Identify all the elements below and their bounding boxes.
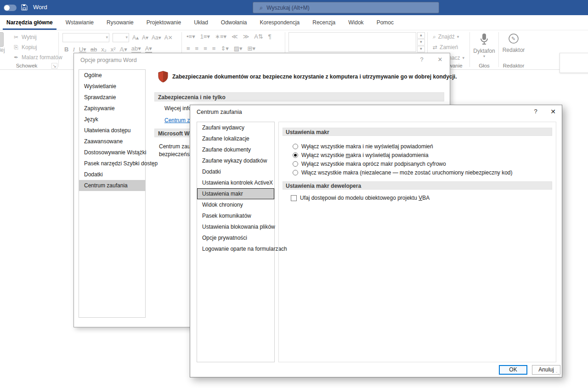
options-nav-item[interactable]: Centrum zaufania <box>79 180 145 191</box>
format-painter-button[interactable]: ✒ Malarz formatów <box>13 54 62 61</box>
close-icon[interactable]: ✕ <box>435 56 445 63</box>
superscript-button[interactable]: x² <box>111 46 116 53</box>
decrease-indent-button[interactable]: ≪ <box>232 33 238 40</box>
shrink-font-button[interactable]: A▾ <box>142 34 148 41</box>
macro-radio-option[interactable]: Wyłącz wszystkie makra i wyświetlaj powi… <box>293 151 513 159</box>
group-separator <box>498 32 499 67</box>
options-nav-item[interactable]: Język <box>79 114 145 125</box>
change-case-button[interactable]: Aa▾ <box>152 34 161 41</box>
styles-gallery[interactable] <box>288 32 416 52</box>
clear-formatting-button[interactable]: A✕ <box>164 34 173 41</box>
line-spacing-button[interactable]: ⇕▾ <box>220 45 228 52</box>
gallery-up-icon[interactable]: ▲ <box>417 32 425 39</box>
trust-nav-item[interactable]: Logowanie oparte na formularzach <box>197 243 274 254</box>
options-nav-item[interactable]: Wyświetlanie <box>79 81 145 92</box>
trust-nav-item[interactable]: Pasek komunikatów <box>197 210 274 221</box>
find-button[interactable]: ⌕ Znajdź ▾ <box>433 34 459 40</box>
align-right-button[interactable]: ≡ <box>204 45 207 52</box>
ribbon-tab[interactable]: Narzędzia główne <box>0 15 59 30</box>
clipboard-dialog-launcher-icon[interactable]: ↘ <box>51 63 57 69</box>
clipboard-icon <box>0 32 4 47</box>
ribbon-tab[interactable]: Recenzja <box>306 15 342 30</box>
strikethrough-button[interactable]: ab <box>90 46 97 53</box>
shading-button[interactable]: ▨▾ <box>234 45 243 52</box>
subscript-button[interactable]: x₂ <box>101 46 107 53</box>
radio-icon <box>293 161 298 167</box>
justify-button[interactable]: ≡ <box>212 45 216 52</box>
trust-nav: Zaufani wydawcy Zaufane lokalizacje Zauf… <box>197 122 275 362</box>
trust-nav-item[interactable]: Zaufane dokumenty <box>197 144 274 155</box>
ok-button[interactable]: OK <box>499 365 527 375</box>
copy-icon: ⎘ <box>13 44 19 51</box>
options-nav-item[interactable]: Pasek narzędzi Szybki dostęp <box>79 158 145 169</box>
options-nav-item[interactable]: Sprawdzanie <box>79 92 145 103</box>
borders-button[interactable]: ⊞▾ <box>248 45 255 52</box>
options-nav-item[interactable]: Dostosowywanie Wstążki <box>79 147 145 158</box>
vba-access-checkbox[interactable]: Ufaj dostępowi do modelu obiektowego pro… <box>291 195 430 201</box>
paste-button[interactable]: Wklej <box>0 32 8 53</box>
macro-radio-option[interactable]: Włącz wszystkie makra (niezalecane — moż… <box>293 168 513 177</box>
options-nav-item[interactable]: Zapisywanie <box>79 103 145 114</box>
underline-button[interactable]: U▾ <box>79 46 86 53</box>
options-nav-item[interactable]: Ułatwienia dostępu <box>79 125 145 136</box>
trust-nav-item[interactable]: Widok chroniony <box>197 199 274 210</box>
options-nav-item[interactable]: Dodatki <box>79 169 145 180</box>
help-button[interactable]: ? <box>417 56 427 63</box>
text-effects-button[interactable]: 𝔸▾ <box>120 46 127 53</box>
ribbon-tab[interactable]: Projektowanie <box>140 15 187 30</box>
help-button[interactable]: ? <box>531 108 541 115</box>
paragraph-row2: ≡ ≡ ≡ ≡ ⇕▾ ▨▾ ⊞▾ <box>187 45 255 52</box>
trust-center-dialog: Centrum zaufania ? ✕ Zaufani wydawcy Zau… <box>190 105 562 377</box>
styles-gallery-scroll: ▲ ▼ ▼ <box>417 32 425 52</box>
editor-button[interactable]: ✎ Redaktor <box>501 33 526 53</box>
save-icon[interactable] <box>21 4 28 12</box>
ribbon-tab[interactable]: Odwołania <box>215 15 254 30</box>
options-nav-item[interactable]: Zaawansowane <box>79 136 145 147</box>
trust-nav-item[interactable]: Ustawienia kontrolek ActiveX <box>197 177 274 188</box>
resize-grip[interactable]: ⋱ <box>556 371 561 377</box>
align-left-button[interactable]: ≡ <box>187 45 190 52</box>
font-size-combo[interactable]: ▾ <box>113 33 129 42</box>
autosave-toggle[interactable] <box>4 5 17 11</box>
trust-nav-item[interactable]: Zaufane wykazy dodatków <box>197 155 274 166</box>
show-marks-button[interactable]: ¶ <box>268 33 271 40</box>
options-nav-item[interactable]: Ogólne <box>79 70 145 81</box>
ribbon-tab[interactable]: Układ <box>187 15 215 30</box>
copy-button[interactable]: ⎘ Kopiuj <box>13 44 37 51</box>
trust-nav-item[interactable]: Ustawienia makr <box>197 188 274 199</box>
trust-nav-item[interactable]: Zaufane lokalizacje <box>197 133 274 144</box>
trust-nav-item[interactable]: Opcje prywatności <box>197 232 274 243</box>
font-name-combo[interactable]: ▾ <box>62 33 109 42</box>
macro-radio-option[interactable]: Wyłącz wszystkie makra oprócz makr podpi… <box>293 159 513 168</box>
checkbox-icon <box>291 195 297 201</box>
group-separator <box>58 32 59 67</box>
search-input[interactable]: ⌕ Wyszukaj (Alt+M) <box>253 2 439 13</box>
align-center-button[interactable]: ≡ <box>195 45 199 52</box>
grow-font-button[interactable]: A▴ <box>132 34 139 41</box>
dictate-button[interactable]: Dyktafon ▾ <box>472 33 496 58</box>
ribbon-tab[interactable]: Wstawianie <box>59 15 100 30</box>
trust-nav-item[interactable]: Zaufani wydawcy <box>197 122 274 133</box>
ribbon-tab[interactable]: Pomoc <box>370 15 400 30</box>
bold-button[interactable]: B <box>64 46 68 53</box>
gallery-expand-icon[interactable]: ▼ <box>417 46 425 52</box>
numbering-button[interactable]: 1≡▾ <box>200 33 210 40</box>
document-corner <box>560 53 588 73</box>
macro-radio-option[interactable]: Wyłącz wszystkie makra i nie wyświetlaj … <box>293 142 513 151</box>
microphone-icon <box>479 40 489 47</box>
trust-nav-item[interactable]: Ustawienia blokowania plików <box>197 221 274 232</box>
sort-button[interactable]: A⇅ <box>254 33 263 40</box>
italic-button[interactable]: I <box>73 46 74 53</box>
multilevel-list-button[interactable]: ∗≡▾ <box>215 33 226 40</box>
replace-button[interactable]: ⇄ Zamień <box>433 44 458 51</box>
gallery-down-icon[interactable]: ▼ <box>417 39 425 45</box>
ribbon-tab[interactable]: Rysowanie <box>100 15 140 30</box>
ribbon-tab[interactable]: Widok <box>342 15 370 30</box>
increase-indent-button[interactable]: ≫ <box>243 33 249 40</box>
search-placeholder: Wyszukaj (Alt+M) <box>266 5 310 11</box>
cut-button[interactable]: ✂ Wytnij <box>13 34 37 40</box>
ribbon-tab[interactable]: Korespondencja <box>254 15 306 30</box>
bullets-button[interactable]: •≡▾ <box>187 33 195 40</box>
close-icon[interactable]: ✕ <box>548 108 558 115</box>
trust-nav-item[interactable]: Dodatki <box>197 166 274 177</box>
